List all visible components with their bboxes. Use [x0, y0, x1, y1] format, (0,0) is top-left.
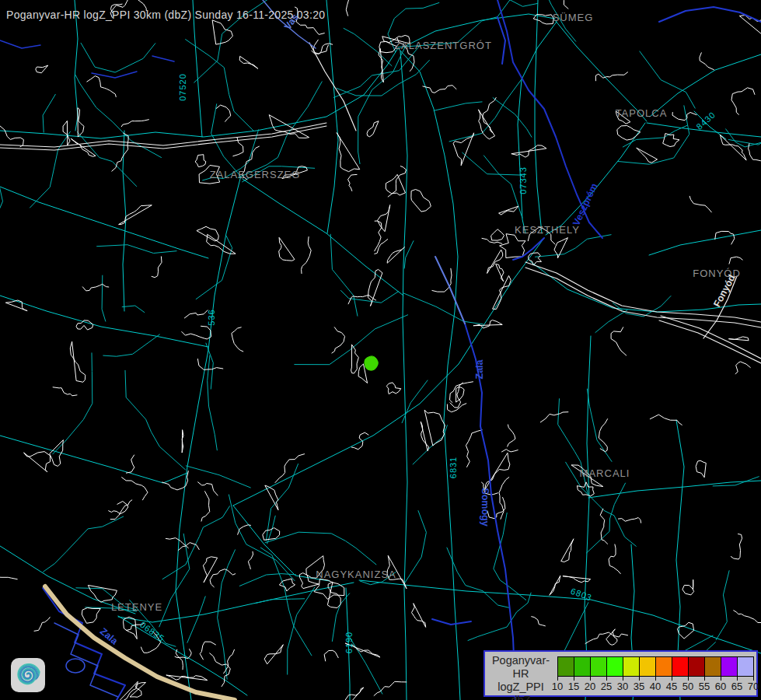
legend-tick-label-0: 10: [552, 681, 563, 692]
legend-color-swatch-1: [574, 656, 590, 677]
legend-tickmark: [574, 677, 574, 681]
legend-tick-label-1: 15: [568, 681, 579, 692]
radar-title: Poganyvar-HR logZ_PPI 30km (dbZ) Sunday …: [6, 9, 325, 21]
road-network: [0, 0, 761, 700]
legend-tick-label-5: 35: [634, 681, 644, 692]
legend-tick-label-6: 40: [650, 681, 661, 692]
legend-color-swatch-10: [721, 656, 737, 677]
legend-tick-label-9: 55: [699, 681, 710, 692]
legend-tickmark: [672, 677, 672, 681]
legend-color-swatch-11: [737, 656, 754, 677]
legend-tickmark: [557, 677, 558, 681]
legend-color-swatch-4: [623, 656, 639, 677]
radar-viewer: SÜMEGZALASZENTGRÓTTAPOLCAZALAEGERSZEGKES…: [0, 0, 761, 700]
legend-tickmark: [655, 677, 656, 681]
legend-product: logZ_PPI: [485, 681, 557, 694]
legend-tick-label-4: 30: [617, 681, 628, 692]
logo-background: [11, 658, 45, 692]
legend-color-swatch-0: [557, 656, 574, 677]
legend-tick-label-2: 20: [585, 681, 595, 692]
road-spurs: [0, 0, 761, 700]
legend-tickmark: [590, 677, 591, 681]
legend-tick-label-12: 70: [748, 681, 759, 692]
legend-radar-name: Poganyvar-HR: [485, 654, 557, 681]
legend-tickmark: [606, 677, 607, 681]
legend-tickmark: [704, 677, 705, 681]
legend-tick-label-11: 65: [731, 681, 742, 692]
legend-title: Poganyvar-HR logZ_PPI dbZ: [485, 654, 557, 700]
legend-color-swatch-9: [704, 656, 721, 677]
legend-tickmark: [623, 677, 623, 681]
legend-color-swatch-8: [688, 656, 704, 677]
legend-color-swatch-2: [590, 656, 606, 677]
settlement-outlines: [0, 0, 761, 700]
map-art: [0, 0, 761, 700]
legend-tick-label-10: 60: [715, 681, 726, 692]
legend-color-swatch-7: [672, 656, 688, 677]
legend-color-scale: [557, 656, 754, 677]
legend-color-swatch-5: [639, 656, 655, 677]
legend-tickmark: [753, 677, 754, 681]
white-main-roads: [0, 43, 761, 363]
legend-tick-label-7: 45: [666, 681, 677, 692]
legend-tickmark: [737, 677, 738, 681]
color-scale-legend: Poganyvar-HR logZ_PPI dbZ 10152025303540…: [483, 650, 758, 697]
met-spiral-logo[interactable]: [11, 658, 45, 692]
legend-color-swatch-3: [606, 656, 623, 677]
legend-tickmark: [639, 677, 640, 681]
legend-color-swatch-6: [655, 656, 672, 677]
legend-tick-label-8: 50: [682, 681, 693, 692]
rivers-and-borders: [0, 0, 761, 700]
legend-unit: dbZ: [485, 694, 557, 700]
legend-tickmark: [721, 677, 721, 681]
legend-tick-label-3: 25: [601, 681, 612, 692]
radar-echo: [365, 356, 378, 370]
legend-tickmark: [688, 677, 689, 681]
